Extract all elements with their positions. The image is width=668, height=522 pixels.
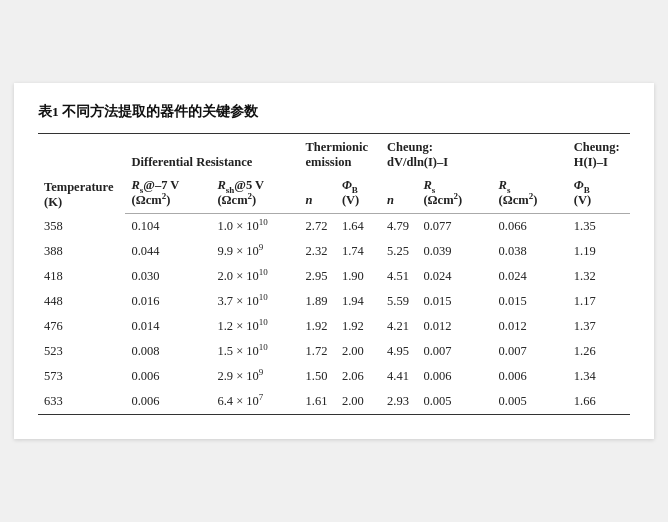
cell-cheung1-rs: 0.039 [417, 239, 492, 264]
cell-rsh: 1.0 × 1010 [211, 214, 299, 240]
table-row: 4760.0141.2 × 10101.921.924.210.0120.012… [38, 314, 630, 339]
cell-therm-phi: 1.90 [336, 264, 381, 289]
cell-temp: 633 [38, 389, 125, 415]
col-thermionic: Thermionic emission [300, 134, 382, 175]
col-cheung2-rs: Rs(Ωcm2) [493, 174, 568, 214]
cell-temp: 573 [38, 364, 125, 389]
cell-therm-phi: 1.64 [336, 214, 381, 240]
cell-rs: 0.006 [125, 364, 211, 389]
cell-cheung1-rs: 0.005 [417, 389, 492, 415]
cell-rsh: 2.0 × 1010 [211, 264, 299, 289]
cell-cheung2-rs: 0.038 [493, 239, 568, 264]
header-row-1: Temperature (K) Differential Resistance … [38, 134, 630, 175]
cell-temp: 448 [38, 289, 125, 314]
cell-cheung2-phi: 1.35 [568, 214, 630, 240]
col-cheung2: Cheung: H(I)–I [568, 134, 630, 175]
cell-therm-phi: 1.94 [336, 289, 381, 314]
col-cheung1-n: n [381, 174, 417, 214]
cell-therm-phi: 2.00 [336, 339, 381, 364]
cell-cheung2-rs: 0.015 [493, 289, 568, 314]
cell-cheung2-rs: 0.012 [493, 314, 568, 339]
cell-rs: 0.006 [125, 389, 211, 415]
cell-cheung2-phi: 1.26 [568, 339, 630, 364]
cell-rs: 0.008 [125, 339, 211, 364]
cell-cheung2-phi: 1.19 [568, 239, 630, 264]
cell-cheung2-rs: 0.005 [493, 389, 568, 415]
col-cheung1-rs: Rs(Ωcm2) [417, 174, 492, 214]
cell-cheung2-phi: 1.32 [568, 264, 630, 289]
cell-cheung1-rs: 0.024 [417, 264, 492, 289]
cell-cheung1-n: 4.21 [381, 314, 417, 339]
table-row: 3880.0449.9 × 1092.321.745.250.0390.0381… [38, 239, 630, 264]
header-row-2: Rs@–7 V (Ωcm2) Rsh@5 V (Ωcm2) n ΦB (V) n [38, 174, 630, 214]
cell-cheung2-phi: 1.37 [568, 314, 630, 339]
cell-cheung2-rs: 0.066 [493, 214, 568, 240]
cell-therm-n: 2.95 [300, 264, 336, 289]
table-row: 4480.0163.7 × 10101.891.945.590.0150.015… [38, 289, 630, 314]
col-therm-phi: ΦB (V) [336, 174, 381, 214]
cell-therm-phi: 2.06 [336, 364, 381, 389]
cell-cheung1-rs: 0.077 [417, 214, 492, 240]
cell-rs: 0.104 [125, 214, 211, 240]
cell-cheung2-rs: 0.024 [493, 264, 568, 289]
table-row: 3580.1041.0 × 10102.721.644.790.0770.066… [38, 214, 630, 240]
cell-therm-n: 2.72 [300, 214, 336, 240]
cell-cheung1-rs: 0.007 [417, 339, 492, 364]
cell-cheung2-phi: 1.17 [568, 289, 630, 314]
cell-therm-n: 1.61 [300, 389, 336, 415]
cell-therm-n: 1.72 [300, 339, 336, 364]
cell-rsh: 3.7 × 1010 [211, 289, 299, 314]
table-row: 5230.0081.5 × 10101.722.004.950.0070.007… [38, 339, 630, 364]
cell-cheung1-n: 4.51 [381, 264, 417, 289]
cell-temp: 388 [38, 239, 125, 264]
cell-therm-n: 2.32 [300, 239, 336, 264]
cell-cheung1-n: 2.93 [381, 389, 417, 415]
cell-therm-n: 1.92 [300, 314, 336, 339]
cell-cheung2-phi: 1.66 [568, 389, 630, 415]
table-card: 表1 不同方法提取的器件的关键参数 Temperature (K) Differ… [14, 83, 654, 439]
cell-cheung2-phi: 1.34 [568, 364, 630, 389]
table-row: 4180.0302.0 × 10102.951.904.510.0240.024… [38, 264, 630, 289]
cell-rsh: 6.4 × 107 [211, 389, 299, 415]
cell-therm-n: 1.50 [300, 364, 336, 389]
cell-temp: 358 [38, 214, 125, 240]
cell-rsh: 2.9 × 109 [211, 364, 299, 389]
cell-rs: 0.016 [125, 289, 211, 314]
table-row: 6330.0066.4 × 1071.612.002.930.0050.0051… [38, 389, 630, 415]
cell-rs: 0.030 [125, 264, 211, 289]
col-cheung1: Cheung: dV/dln(I)–I [381, 134, 568, 175]
table-row: 5730.0062.9 × 1091.502.064.410.0060.0061… [38, 364, 630, 389]
cell-cheung1-n: 4.95 [381, 339, 417, 364]
cell-cheung1-rs: 0.015 [417, 289, 492, 314]
cell-cheung2-rs: 0.007 [493, 339, 568, 364]
col-diff-resistance: Differential Resistance [125, 134, 299, 175]
cell-cheung1-n: 5.59 [381, 289, 417, 314]
col-rs-header: Rs@–7 V (Ωcm2) [125, 174, 211, 214]
cell-therm-phi: 2.00 [336, 389, 381, 415]
cell-rs: 0.044 [125, 239, 211, 264]
cell-temp: 523 [38, 339, 125, 364]
col-temperature: Temperature (K) [38, 134, 125, 214]
cell-rsh: 1.5 × 1010 [211, 339, 299, 364]
cell-cheung1-rs: 0.006 [417, 364, 492, 389]
cell-cheung1-n: 5.25 [381, 239, 417, 264]
cell-therm-phi: 1.92 [336, 314, 381, 339]
col-therm-n: n [300, 174, 336, 214]
cell-cheung1-n: 4.79 [381, 214, 417, 240]
cell-rsh: 1.2 × 1010 [211, 314, 299, 339]
cell-cheung1-n: 4.41 [381, 364, 417, 389]
col-rsh-header: Rsh@5 V (Ωcm2) [211, 174, 299, 214]
cell-therm-phi: 1.74 [336, 239, 381, 264]
table-title: 表1 不同方法提取的器件的关键参数 [38, 103, 630, 121]
cell-temp: 418 [38, 264, 125, 289]
cell-cheung1-rs: 0.012 [417, 314, 492, 339]
cell-therm-n: 1.89 [300, 289, 336, 314]
col-cheung2-phi: ΦB(V) [568, 174, 630, 214]
table-body: 3580.1041.0 × 10102.721.644.790.0770.066… [38, 214, 630, 415]
data-table: Temperature (K) Differential Resistance … [38, 133, 630, 415]
cell-temp: 476 [38, 314, 125, 339]
cell-cheung2-rs: 0.006 [493, 364, 568, 389]
cell-rsh: 9.9 × 109 [211, 239, 299, 264]
cell-rs: 0.014 [125, 314, 211, 339]
